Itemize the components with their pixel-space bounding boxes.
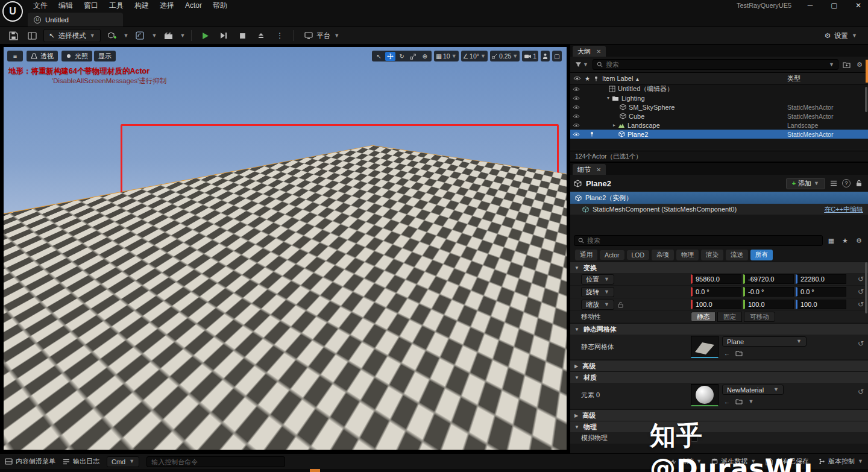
- eye-icon[interactable]: [573, 96, 581, 101]
- menu-actor[interactable]: Actor: [180, 1, 207, 10]
- tab-untitled-level[interactable]: U Untitled: [28, 13, 123, 27]
- outliner-settings-gear-icon[interactable]: ⚙: [854, 59, 865, 70]
- scale-y-field[interactable]: 100.0: [743, 300, 794, 309]
- camera-speed-control[interactable]: 1: [522, 51, 538, 61]
- static-mesh-thumbnail[interactable]: [691, 336, 719, 358]
- menu-window[interactable]: 窗口: [78, 0, 104, 11]
- details-search-box[interactable]: [574, 235, 823, 246]
- location-y-field[interactable]: -69720.0: [743, 274, 794, 284]
- section-static-mesh[interactable]: ▼ 静态网格体: [570, 323, 868, 335]
- rotation-dropdown[interactable]: 旋转 ▼: [581, 287, 614, 297]
- menu-build[interactable]: 构建: [129, 0, 154, 11]
- display-options-grid-icon[interactable]: ▦: [826, 235, 837, 246]
- mobility-static-option[interactable]: 静态: [691, 312, 715, 322]
- use-selected-asset-icon[interactable]: ←: [722, 349, 732, 357]
- scale-tool-icon[interactable]: [408, 52, 418, 61]
- eye-icon[interactable]: [573, 132, 581, 137]
- menu-select[interactable]: 选择: [154, 0, 180, 11]
- filter-streaming[interactable]: 流送: [726, 250, 748, 260]
- menu-file[interactable]: 文件: [28, 0, 53, 11]
- scale-dropdown[interactable]: 缩放 ▼: [581, 300, 614, 310]
- select-tool-icon[interactable]: ↖: [374, 52, 384, 61]
- play-button[interactable]: [198, 29, 212, 42]
- close-button[interactable]: ✕: [852, 1, 864, 10]
- select-mode-dropdown[interactable]: ↖ 选择模式 ▼: [43, 29, 101, 42]
- pin-icon[interactable]: [590, 131, 594, 137]
- rotation-x-field[interactable]: 0.0 °: [691, 287, 741, 297]
- outliner-row-landscape[interactable]: ▸ Landscape Landscape: [570, 121, 868, 130]
- section-advanced-1[interactable]: ▶ 高级: [570, 360, 868, 371]
- pin-column-icon[interactable]: [594, 75, 599, 82]
- filter-misc[interactable]: 杂项: [652, 250, 674, 260]
- rotation-y-field[interactable]: -0.0 °: [743, 287, 794, 297]
- minimize-button[interactable]: ─: [804, 1, 816, 10]
- browse-to-asset-icon[interactable]: [734, 349, 744, 357]
- actor-pilot-control[interactable]: [541, 51, 550, 61]
- eye-icon[interactable]: [573, 105, 581, 110]
- filter-lod[interactable]: LOD: [627, 250, 650, 260]
- reset-to-default-icon[interactable]: ↺: [858, 339, 864, 348]
- details-settings-gear-icon[interactable]: ⚙: [854, 235, 864, 246]
- outliner-search-input[interactable]: [606, 61, 826, 68]
- maximize-viewport-button[interactable]: ▢: [552, 51, 562, 61]
- rotation-snap-control[interactable]: ∠ 10° ▼: [461, 51, 488, 61]
- filter-general[interactable]: 通用: [575, 250, 597, 260]
- material-thumbnail[interactable]: [691, 384, 719, 406]
- stop-button[interactable]: [235, 29, 250, 42]
- scale-z-field[interactable]: 100.0: [796, 300, 846, 309]
- reset-to-default-icon[interactable]: ↺: [858, 288, 864, 296]
- add-actor-button[interactable]: [105, 29, 119, 42]
- level-viewport[interactable]: 地形：将重新构建64个带物理材质的Actor 'DisableAllScreen…: [4, 47, 567, 450]
- blueprints-button[interactable]: [133, 29, 147, 42]
- add-component-button[interactable]: + 添加 ▼: [786, 178, 825, 189]
- filter-rendering[interactable]: 渲染: [701, 250, 723, 260]
- perspective-dropdown[interactable]: 透视: [27, 51, 58, 61]
- use-selected-asset-icon[interactable]: ←: [722, 397, 732, 406]
- outliner-search-box[interactable]: ▼: [593, 59, 838, 70]
- world-space-toggle-icon[interactable]: ⊕: [420, 52, 430, 61]
- material-asset-dropdown[interactable]: NewMaterial ▼: [722, 385, 784, 395]
- outliner-row-selected[interactable]: Plane2 StaticMeshActor: [570, 130, 868, 139]
- location-dropdown[interactable]: 位置 ▼: [581, 274, 614, 285]
- settings-dropdown[interactable]: ⚙ 设置 ▼: [820, 29, 862, 42]
- scale-snap-control[interactable]: 0.25 ▼: [490, 51, 520, 61]
- output-log-button[interactable]: 输出日志: [63, 457, 99, 466]
- mobility-movable-option[interactable]: 可移动: [744, 312, 775, 322]
- menu-edit[interactable]: 编辑: [53, 0, 78, 11]
- grid-snap-control[interactable]: ▦ 10 ▼: [434, 51, 459, 61]
- lit-mode-dropdown[interactable]: 光照: [61, 51, 92, 61]
- eye-icon[interactable]: [573, 123, 581, 128]
- rotation-z-field[interactable]: 0.0 °: [796, 287, 846, 297]
- component-row[interactable]: StaticMeshComponent (StaticMeshComponent…: [570, 204, 868, 215]
- reset-to-default-icon[interactable]: ↺: [858, 388, 864, 396]
- edit-in-cpp-link[interactable]: 在C++中编辑: [824, 205, 863, 214]
- console-mode-dropdown[interactable]: Cmd ▼: [107, 456, 139, 467]
- details-search-input[interactable]: [587, 237, 819, 244]
- menu-tools[interactable]: 工具: [104, 0, 129, 11]
- panels-icon[interactable]: [25, 29, 39, 42]
- browse-to-asset-icon[interactable]: [734, 397, 744, 406]
- reset-to-default-icon[interactable]: ↺: [858, 300, 864, 309]
- details-scrollbar[interactable]: [865, 262, 867, 313]
- section-materials[interactable]: ▼ 材质: [570, 371, 868, 383]
- item-label-column-header[interactable]: Item Label ▲: [602, 75, 640, 82]
- platforms-dropdown[interactable]: 平台 ▼: [300, 29, 344, 42]
- console-command-input[interactable]: [146, 456, 285, 467]
- play-options-kebab-icon[interactable]: ⋮: [272, 29, 287, 42]
- menu-help[interactable]: 帮助: [207, 0, 233, 11]
- expander-collapsed-icon[interactable]: ▸: [611, 122, 617, 128]
- material-options-icon[interactable]: ▼: [746, 397, 756, 406]
- chevron-down-icon[interactable]: ▼: [829, 62, 834, 68]
- outliner-row-folder[interactable]: ▾ Lighting: [570, 93, 868, 102]
- outliner-row-actor[interactable]: Cube StaticMeshActor: [570, 112, 868, 121]
- instance-root-row[interactable]: Plane2（实例）: [570, 192, 868, 204]
- help-icon[interactable]: ?: [842, 179, 851, 187]
- location-z-field[interactable]: 22280.0: [796, 274, 846, 284]
- outliner-row-actor[interactable]: SM_SkySphere StaticMeshActor: [570, 102, 868, 112]
- section-transform[interactable]: ▼ 变换: [570, 262, 868, 273]
- outliner-row-level[interactable]: Untitled（编辑器）: [570, 84, 868, 93]
- filter-all[interactable]: 所有: [750, 250, 773, 260]
- reset-to-default-icon[interactable]: ↺: [858, 275, 864, 283]
- save-icon[interactable]: [6, 29, 20, 42]
- type-column-header[interactable]: 类型: [787, 74, 800, 83]
